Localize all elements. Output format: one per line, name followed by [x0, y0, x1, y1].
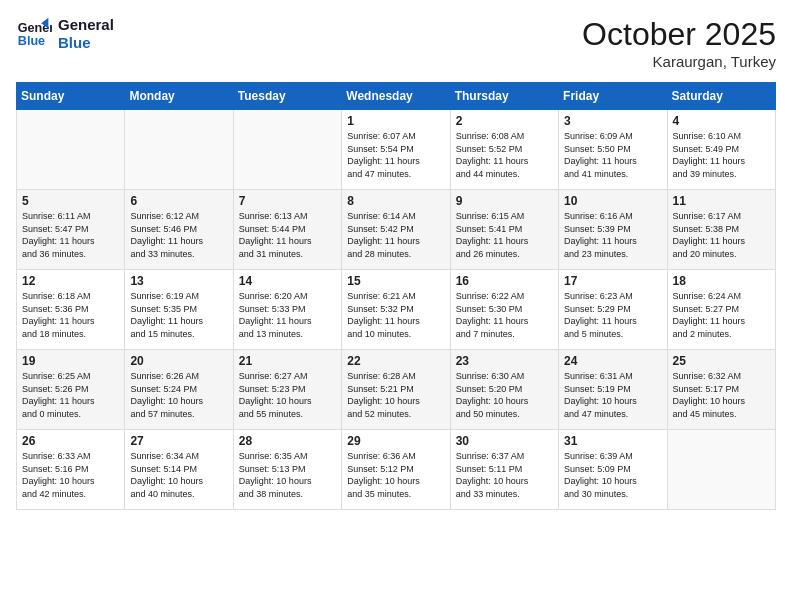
day-info: Sunrise: 6:12 AM Sunset: 5:46 PM Dayligh…	[130, 210, 227, 260]
day-info: Sunrise: 6:17 AM Sunset: 5:38 PM Dayligh…	[673, 210, 770, 260]
day-number: 23	[456, 354, 553, 368]
day-info: Sunrise: 6:31 AM Sunset: 5:19 PM Dayligh…	[564, 370, 661, 420]
weekday-saturday: Saturday	[667, 83, 775, 110]
day-info: Sunrise: 6:14 AM Sunset: 5:42 PM Dayligh…	[347, 210, 444, 260]
day-info: Sunrise: 6:33 AM Sunset: 5:16 PM Dayligh…	[22, 450, 119, 500]
day-number: 2	[456, 114, 553, 128]
day-number: 12	[22, 274, 119, 288]
day-number: 28	[239, 434, 336, 448]
day-number: 13	[130, 274, 227, 288]
day-number: 22	[347, 354, 444, 368]
day-number: 6	[130, 194, 227, 208]
calendar-cell	[125, 110, 233, 190]
day-number: 17	[564, 274, 661, 288]
logo: General Blue General Blue	[16, 16, 114, 52]
day-info: Sunrise: 6:13 AM Sunset: 5:44 PM Dayligh…	[239, 210, 336, 260]
calendar-cell	[667, 430, 775, 510]
day-number: 31	[564, 434, 661, 448]
day-info: Sunrise: 6:07 AM Sunset: 5:54 PM Dayligh…	[347, 130, 444, 180]
day-number: 21	[239, 354, 336, 368]
calendar-cell: 11Sunrise: 6:17 AM Sunset: 5:38 PM Dayli…	[667, 190, 775, 270]
day-info: Sunrise: 6:27 AM Sunset: 5:23 PM Dayligh…	[239, 370, 336, 420]
day-number: 16	[456, 274, 553, 288]
calendar-cell: 6Sunrise: 6:12 AM Sunset: 5:46 PM Daylig…	[125, 190, 233, 270]
day-info: Sunrise: 6:39 AM Sunset: 5:09 PM Dayligh…	[564, 450, 661, 500]
calendar-cell: 5Sunrise: 6:11 AM Sunset: 5:47 PM Daylig…	[17, 190, 125, 270]
day-number: 30	[456, 434, 553, 448]
day-info: Sunrise: 6:08 AM Sunset: 5:52 PM Dayligh…	[456, 130, 553, 180]
day-number: 19	[22, 354, 119, 368]
day-number: 14	[239, 274, 336, 288]
week-row-1: 1Sunrise: 6:07 AM Sunset: 5:54 PM Daylig…	[17, 110, 776, 190]
day-info: Sunrise: 6:21 AM Sunset: 5:32 PM Dayligh…	[347, 290, 444, 340]
calendar-cell: 4Sunrise: 6:10 AM Sunset: 5:49 PM Daylig…	[667, 110, 775, 190]
weekday-header-row: SundayMondayTuesdayWednesdayThursdayFrid…	[17, 83, 776, 110]
calendar-cell: 10Sunrise: 6:16 AM Sunset: 5:39 PM Dayli…	[559, 190, 667, 270]
day-info: Sunrise: 6:35 AM Sunset: 5:13 PM Dayligh…	[239, 450, 336, 500]
calendar-cell: 20Sunrise: 6:26 AM Sunset: 5:24 PM Dayli…	[125, 350, 233, 430]
calendar-cell	[233, 110, 341, 190]
day-number: 15	[347, 274, 444, 288]
weekday-friday: Friday	[559, 83, 667, 110]
week-row-4: 19Sunrise: 6:25 AM Sunset: 5:26 PM Dayli…	[17, 350, 776, 430]
svg-text:Blue: Blue	[18, 34, 45, 48]
calendar-cell: 22Sunrise: 6:28 AM Sunset: 5:21 PM Dayli…	[342, 350, 450, 430]
calendar-cell: 30Sunrise: 6:37 AM Sunset: 5:11 PM Dayli…	[450, 430, 558, 510]
calendar-cell: 28Sunrise: 6:35 AM Sunset: 5:13 PM Dayli…	[233, 430, 341, 510]
day-number: 9	[456, 194, 553, 208]
location: Karaurgan, Turkey	[582, 53, 776, 70]
calendar-table: SundayMondayTuesdayWednesdayThursdayFrid…	[16, 82, 776, 510]
day-info: Sunrise: 6:28 AM Sunset: 5:21 PM Dayligh…	[347, 370, 444, 420]
day-number: 3	[564, 114, 661, 128]
day-info: Sunrise: 6:15 AM Sunset: 5:41 PM Dayligh…	[456, 210, 553, 260]
day-number: 26	[22, 434, 119, 448]
calendar-cell: 29Sunrise: 6:36 AM Sunset: 5:12 PM Dayli…	[342, 430, 450, 510]
weekday-monday: Monday	[125, 83, 233, 110]
calendar-cell: 18Sunrise: 6:24 AM Sunset: 5:27 PM Dayli…	[667, 270, 775, 350]
calendar-cell: 19Sunrise: 6:25 AM Sunset: 5:26 PM Dayli…	[17, 350, 125, 430]
calendar-cell: 26Sunrise: 6:33 AM Sunset: 5:16 PM Dayli…	[17, 430, 125, 510]
day-number: 11	[673, 194, 770, 208]
weekday-tuesday: Tuesday	[233, 83, 341, 110]
logo-icon: General Blue	[16, 16, 52, 52]
day-number: 18	[673, 274, 770, 288]
week-row-2: 5Sunrise: 6:11 AM Sunset: 5:47 PM Daylig…	[17, 190, 776, 270]
calendar-cell	[17, 110, 125, 190]
calendar-cell: 31Sunrise: 6:39 AM Sunset: 5:09 PM Dayli…	[559, 430, 667, 510]
day-info: Sunrise: 6:30 AM Sunset: 5:20 PM Dayligh…	[456, 370, 553, 420]
calendar-cell: 3Sunrise: 6:09 AM Sunset: 5:50 PM Daylig…	[559, 110, 667, 190]
calendar-cell: 17Sunrise: 6:23 AM Sunset: 5:29 PM Dayli…	[559, 270, 667, 350]
day-info: Sunrise: 6:18 AM Sunset: 5:36 PM Dayligh…	[22, 290, 119, 340]
weekday-wednesday: Wednesday	[342, 83, 450, 110]
calendar-cell: 13Sunrise: 6:19 AM Sunset: 5:35 PM Dayli…	[125, 270, 233, 350]
calendar-cell: 14Sunrise: 6:20 AM Sunset: 5:33 PM Dayli…	[233, 270, 341, 350]
day-info: Sunrise: 6:24 AM Sunset: 5:27 PM Dayligh…	[673, 290, 770, 340]
day-info: Sunrise: 6:16 AM Sunset: 5:39 PM Dayligh…	[564, 210, 661, 260]
calendar-cell: 23Sunrise: 6:30 AM Sunset: 5:20 PM Dayli…	[450, 350, 558, 430]
day-number: 24	[564, 354, 661, 368]
day-info: Sunrise: 6:37 AM Sunset: 5:11 PM Dayligh…	[456, 450, 553, 500]
page-header: General Blue General Blue October 2025 K…	[16, 16, 776, 70]
day-number: 25	[673, 354, 770, 368]
logo-general: General	[58, 16, 114, 34]
day-info: Sunrise: 6:20 AM Sunset: 5:33 PM Dayligh…	[239, 290, 336, 340]
calendar-cell: 2Sunrise: 6:08 AM Sunset: 5:52 PM Daylig…	[450, 110, 558, 190]
day-info: Sunrise: 6:09 AM Sunset: 5:50 PM Dayligh…	[564, 130, 661, 180]
month-title: October 2025	[582, 16, 776, 53]
day-info: Sunrise: 6:19 AM Sunset: 5:35 PM Dayligh…	[130, 290, 227, 340]
calendar-cell: 21Sunrise: 6:27 AM Sunset: 5:23 PM Dayli…	[233, 350, 341, 430]
logo-blue: Blue	[58, 34, 114, 52]
calendar-cell: 12Sunrise: 6:18 AM Sunset: 5:36 PM Dayli…	[17, 270, 125, 350]
day-number: 20	[130, 354, 227, 368]
day-number: 7	[239, 194, 336, 208]
calendar-cell: 24Sunrise: 6:31 AM Sunset: 5:19 PM Dayli…	[559, 350, 667, 430]
day-number: 5	[22, 194, 119, 208]
day-number: 27	[130, 434, 227, 448]
calendar-cell: 27Sunrise: 6:34 AM Sunset: 5:14 PM Dayli…	[125, 430, 233, 510]
calendar-cell: 7Sunrise: 6:13 AM Sunset: 5:44 PM Daylig…	[233, 190, 341, 270]
calendar-cell: 8Sunrise: 6:14 AM Sunset: 5:42 PM Daylig…	[342, 190, 450, 270]
day-info: Sunrise: 6:22 AM Sunset: 5:30 PM Dayligh…	[456, 290, 553, 340]
week-row-5: 26Sunrise: 6:33 AM Sunset: 5:16 PM Dayli…	[17, 430, 776, 510]
calendar-cell: 9Sunrise: 6:15 AM Sunset: 5:41 PM Daylig…	[450, 190, 558, 270]
day-info: Sunrise: 6:34 AM Sunset: 5:14 PM Dayligh…	[130, 450, 227, 500]
